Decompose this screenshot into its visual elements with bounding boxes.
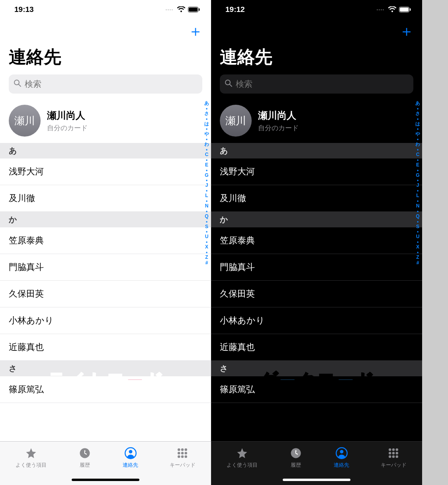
svg-point-30 bbox=[396, 452, 399, 455]
index-item[interactable]: • bbox=[206, 106, 207, 111]
add-contact-button[interactable]: ＋ bbox=[188, 23, 203, 39]
index-item[interactable]: や bbox=[415, 131, 420, 137]
my-card-row[interactable]: 瀬川 瀬川尚人 自分のカード bbox=[0, 99, 211, 143]
index-item[interactable]: Q bbox=[205, 214, 208, 219]
index-item[interactable]: • bbox=[417, 106, 419, 111]
tab-keypad[interactable]: キーパッド bbox=[170, 446, 196, 469]
index-item[interactable]: N bbox=[416, 203, 420, 209]
tab-favorites[interactable]: よく使う項目 bbox=[227, 446, 258, 469]
index-item[interactable]: G bbox=[416, 173, 419, 178]
my-card-row[interactable]: 瀬川 瀬川尚人 自分のカード bbox=[211, 99, 422, 143]
index-item[interactable]: • bbox=[206, 168, 207, 173]
index-item[interactable]: • bbox=[417, 117, 419, 121]
index-item[interactable]: X bbox=[416, 244, 419, 250]
search-input[interactable] bbox=[236, 79, 409, 89]
index-item[interactable]: E bbox=[416, 162, 419, 168]
index-item[interactable]: Z bbox=[205, 255, 208, 260]
status-right bbox=[166, 6, 200, 13]
svg-point-31 bbox=[389, 456, 391, 458]
index-item[interactable]: # bbox=[205, 260, 208, 266]
index-item[interactable]: さ bbox=[204, 111, 209, 117]
index-item[interactable]: わ bbox=[204, 142, 209, 147]
index-item[interactable]: • bbox=[417, 209, 419, 214]
home-indicator[interactable] bbox=[283, 479, 350, 481]
index-item[interactable]: C bbox=[416, 152, 420, 158]
nav-bar: ＋ bbox=[211, 19, 422, 43]
index-item[interactable]: • bbox=[206, 158, 207, 162]
tab-recents[interactable]: 履歴 bbox=[78, 446, 92, 469]
index-item[interactable]: さ bbox=[415, 111, 420, 117]
index-item[interactable]: E bbox=[205, 162, 208, 168]
svg-point-3 bbox=[14, 80, 19, 85]
contacts-sections: あ浅野大河及川徹か笠原泰典門脇真斗久保田英小林あかり近藤真也さ篠原篤弘 bbox=[0, 143, 211, 403]
home-indicator[interactable] bbox=[72, 479, 139, 481]
phone-light: 19:13 ＋ 連絡先 瀬川 瀬川尚人 自分のカード bbox=[0, 0, 211, 485]
contact-row[interactable]: 久保田英 bbox=[211, 281, 422, 307]
index-item[interactable]: X bbox=[205, 244, 208, 250]
index-item[interactable]: S bbox=[416, 224, 419, 230]
contact-row[interactable]: 久保田英 bbox=[0, 281, 211, 307]
contact-row[interactable]: 門脇真斗 bbox=[0, 254, 211, 281]
index-item[interactable]: # bbox=[417, 260, 419, 266]
index-item[interactable]: • bbox=[417, 158, 419, 162]
person-icon bbox=[335, 446, 348, 460]
index-item[interactable]: わ bbox=[415, 142, 420, 147]
index-item[interactable]: L bbox=[416, 193, 419, 199]
section-index[interactable]: あ•さ•は•や•わ•C•E•G•J•L•N•Q•S•U•X•Z# bbox=[414, 99, 421, 266]
index-item[interactable]: N bbox=[205, 203, 209, 209]
index-item[interactable]: U bbox=[416, 234, 420, 240]
contact-row[interactable]: 近藤真也 bbox=[211, 334, 422, 361]
avatar: 瀬川 bbox=[220, 105, 252, 137]
index-item[interactable]: J bbox=[417, 183, 419, 188]
tab-recents[interactable]: 履歴 bbox=[289, 446, 303, 469]
contact-row[interactable]: 笠原泰典 bbox=[211, 227, 422, 254]
contact-row[interactable]: 浅野大河 bbox=[211, 158, 422, 185]
contact-row[interactable]: 浅野大河 bbox=[0, 158, 211, 185]
search-field[interactable] bbox=[220, 74, 413, 94]
index-item[interactable]: は bbox=[415, 121, 420, 127]
tab-label: 連絡先 bbox=[334, 462, 349, 469]
index-item[interactable]: S bbox=[205, 224, 208, 230]
mode-label: ダークモード bbox=[258, 368, 375, 393]
search-input[interactable] bbox=[25, 79, 198, 89]
index-item[interactable]: • bbox=[206, 219, 207, 224]
section-index[interactable]: あ•さ•は•や•わ•C•E•G•J•L•N•Q•S•U•X•Z# bbox=[203, 99, 210, 266]
index-item[interactable]: は bbox=[204, 121, 209, 127]
svg-point-27 bbox=[396, 448, 399, 451]
search-wrap bbox=[211, 74, 422, 99]
svg-point-9 bbox=[181, 448, 184, 451]
svg-point-10 bbox=[185, 448, 188, 451]
index-item[interactable]: • bbox=[417, 168, 419, 173]
contact-row[interactable]: 近藤真也 bbox=[0, 334, 211, 361]
tab-favorites[interactable]: よく使う項目 bbox=[16, 446, 47, 469]
index-item[interactable]: Q bbox=[416, 214, 419, 219]
contact-row[interactable]: 及川徹 bbox=[211, 185, 422, 212]
page-title: 連絡先 bbox=[0, 43, 211, 74]
tab-contacts[interactable]: 連絡先 bbox=[334, 446, 349, 469]
index-item[interactable]: • bbox=[417, 219, 419, 224]
contact-row[interactable]: 小林あかり bbox=[211, 307, 422, 334]
tab-contacts[interactable]: 連絡先 bbox=[123, 446, 138, 469]
index-item[interactable]: C bbox=[205, 152, 209, 158]
contact-row[interactable]: 小林あかり bbox=[0, 307, 211, 334]
tab-keypad[interactable]: キーパッド bbox=[381, 446, 407, 469]
contact-row[interactable]: 笠原泰典 bbox=[0, 227, 211, 254]
index-item[interactable]: • bbox=[206, 209, 207, 214]
index-item[interactable]: Z bbox=[416, 255, 419, 260]
index-item[interactable]: あ bbox=[415, 101, 420, 106]
index-item[interactable]: J bbox=[205, 183, 208, 188]
index-item[interactable]: G bbox=[205, 173, 208, 178]
add-contact-button[interactable]: ＋ bbox=[399, 23, 414, 39]
contact-row[interactable]: 及川徹 bbox=[0, 185, 211, 212]
svg-point-7 bbox=[129, 450, 132, 454]
index-item[interactable]: や bbox=[204, 131, 209, 137]
index-item[interactable]: あ bbox=[204, 101, 209, 106]
section-header: あ bbox=[0, 143, 211, 158]
wifi-icon bbox=[177, 6, 186, 13]
contact-row[interactable]: 門脇真斗 bbox=[211, 254, 422, 281]
index-item[interactable]: L bbox=[205, 193, 208, 199]
index-item[interactable]: • bbox=[206, 117, 207, 121]
tab-label: キーパッド bbox=[381, 462, 407, 469]
search-field[interactable] bbox=[9, 74, 202, 94]
index-item[interactable]: U bbox=[205, 234, 209, 240]
